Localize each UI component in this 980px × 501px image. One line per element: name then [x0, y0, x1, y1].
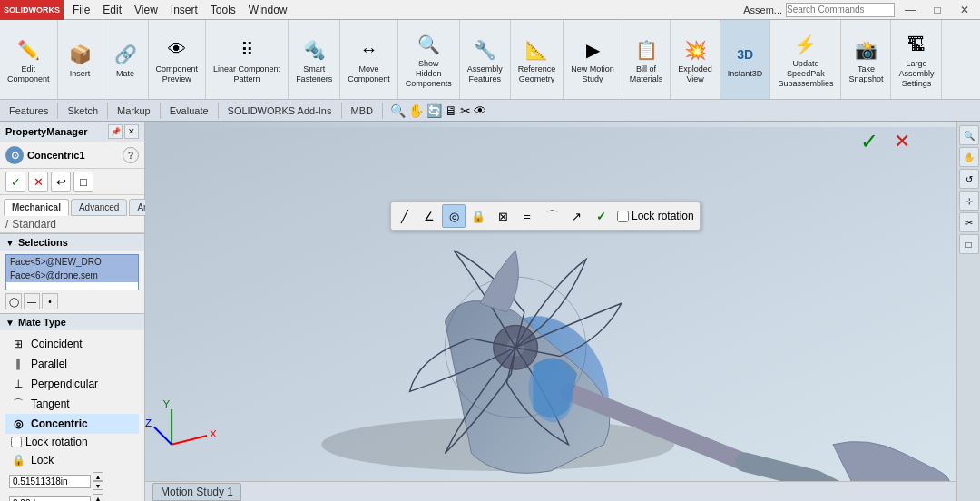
- ribbon-group-reference: 📐 ReferenceGeometry: [511, 20, 564, 99]
- preview-button[interactable]: □: [74, 172, 93, 192]
- ribbon-group-assembly-features: 🔧 AssemblyFeatures: [460, 20, 511, 99]
- menu-edit[interactable]: Edit: [97, 2, 127, 18]
- ribbon-update-speedpak[interactable]: ⚡ UpdateSpeedPakSubassemblies: [774, 28, 837, 90]
- tab-features[interactable]: Features: [0, 103, 58, 119]
- distance-input[interactable]: [9, 475, 91, 488]
- mate-icon: 🔗: [111, 40, 140, 69]
- help-button[interactable]: ?: [122, 147, 139, 163]
- ribbon-edit-component[interactable]: ✏️ EditComponent: [4, 34, 54, 86]
- standard-icon: /: [5, 218, 8, 231]
- ribbon-large-assembly[interactable]: 🏗 LargeAssemblySettings: [895, 28, 937, 90]
- snapshot-icon: 📸: [851, 35, 880, 64]
- menu-window[interactable]: Window: [243, 2, 293, 18]
- tab-evaluate[interactable]: Evaluate: [161, 103, 219, 119]
- ribbon-smart-fasteners[interactable]: 🔩 SmartFasteners: [292, 34, 336, 86]
- canvas-viewport[interactable]: X Y Z ╱ ∠ ◎ 🔒 ⊠ = ⌒ ↗ ✓ Lock rotation ✓: [145, 122, 956, 501]
- mate-concentric[interactable]: ◎ Concentric: [5, 414, 139, 434]
- mate-type-header[interactable]: ▼ Mate Type: [0, 314, 144, 330]
- ribbon-linear-pattern[interactable]: ⠿ Linear ComponentPattern: [210, 34, 284, 86]
- lock-rotation-checkbox[interactable]: [11, 437, 22, 447]
- angle-up-button[interactable]: ▲: [93, 494, 103, 501]
- selection-item-0[interactable]: Face<5>@NEW_DRO: [6, 255, 138, 269]
- mate-parallel[interactable]: ∥ Parallel: [5, 354, 139, 374]
- ribbon-reference-geometry[interactable]: 📐 ReferenceGeometry: [514, 34, 560, 86]
- ribbon-bom[interactable]: 📋 Bill ofMaterials: [626, 34, 667, 86]
- canvas-lock-rotation-checkbox[interactable]: [617, 211, 629, 222]
- tab-mbd[interactable]: MBD: [342, 103, 383, 119]
- tab-advanced[interactable]: Advanced: [71, 199, 127, 216]
- right-select-button[interactable]: ⊹: [959, 191, 979, 211]
- view-section-icon[interactable]: ✂: [460, 103, 471, 118]
- ribbon-assembly-features[interactable]: 🔧 AssemblyFeatures: [464, 34, 506, 86]
- motion-study-tab[interactable]: Motion Study 1: [152, 483, 241, 501]
- canvas-tb-lock[interactable]: 🔒: [466, 204, 490, 228]
- selections-list: Face<5>@NEW_DRO Face<6>@drone.sem: [5, 254, 139, 290]
- menu-tools[interactable]: Tools: [205, 2, 241, 18]
- view-zoom-icon[interactable]: 🔍: [390, 103, 406, 118]
- pm-name-row: ⊙ Concentric1 ?: [0, 142, 144, 169]
- mate-tangent[interactable]: ⌒ Tangent: [5, 394, 139, 414]
- pm-close-button[interactable]: ✕: [124, 124, 139, 139]
- mate-perpendicular[interactable]: ⊥ Perpendicular: [5, 374, 139, 394]
- right-zoom-button[interactable]: 🔍: [959, 125, 979, 145]
- selection-type-point-icon[interactable]: •: [42, 293, 58, 309]
- canvas-tb-arrow[interactable]: ↗: [564, 204, 588, 228]
- pm-pin-button[interactable]: 📌: [108, 124, 122, 139]
- menu-file[interactable]: File: [67, 2, 95, 18]
- mate-selections-header[interactable]: ▼ Selections: [0, 234, 144, 250]
- ribbon-group-component-preview: 👁 ComponentPreview: [149, 20, 207, 99]
- tab-solidworks-addins[interactable]: SOLIDWORKS Add-Ins: [219, 103, 342, 119]
- canvas-tb-equal[interactable]: =: [515, 204, 539, 228]
- ribbon-move-component[interactable]: ↔ MoveComponent: [344, 34, 394, 86]
- view-hide-icon[interactable]: 👁: [474, 103, 486, 118]
- mate-type-body: ⊞ Coincident ∥ Parallel ⊥ Perpendicular …: [0, 330, 144, 501]
- maximize-button[interactable]: □: [926, 0, 949, 20]
- tab-markup[interactable]: Markup: [108, 103, 161, 119]
- angle-input[interactable]: [9, 496, 91, 502]
- ribbon-snapshot[interactable]: 📸 TakeSnapshot: [845, 34, 887, 86]
- ribbon-group-instant3d: 3D Instant3D: [720, 20, 771, 99]
- view-pan-icon[interactable]: ✋: [408, 103, 424, 118]
- canvas-tb-line[interactable]: ╱: [393, 204, 416, 228]
- ribbon-instant3d[interactable]: 3D Instant3D: [724, 38, 767, 81]
- menu-view[interactable]: View: [129, 2, 163, 18]
- search-input[interactable]: [786, 3, 895, 17]
- minimize-button[interactable]: —: [898, 0, 922, 20]
- distance-up-button[interactable]: ▲: [93, 472, 103, 481]
- canvas-tb-check[interactable]: ✓: [589, 204, 612, 228]
- selection-type-edge-icon[interactable]: —: [24, 293, 40, 309]
- right-section-button[interactable]: ✂: [959, 212, 979, 232]
- undo-button[interactable]: ↩: [51, 172, 71, 192]
- canvas-tb-tangent[interactable]: ⌒: [540, 204, 564, 228]
- right-display-button[interactable]: □: [959, 234, 979, 254]
- ribbon-group-speedpak: ⚡ UpdateSpeedPakSubassemblies: [770, 20, 841, 99]
- selection-type-face-icon[interactable]: ◯: [5, 293, 22, 309]
- cancel-button[interactable]: ✕: [28, 172, 48, 192]
- view-rotate-icon[interactable]: 🔄: [426, 103, 442, 118]
- close-button[interactable]: ✕: [953, 0, 976, 20]
- tab-mechanical[interactable]: Mechanical: [4, 199, 69, 216]
- ribbon-component-preview[interactable]: 👁 ComponentPreview: [152, 34, 202, 86]
- ribbon-motion-study[interactable]: ▶ New MotionStudy: [567, 34, 618, 86]
- mate-type-collapse: ▼ Mate Type: [5, 317, 66, 328]
- accept-button[interactable]: ✓: [5, 172, 25, 192]
- tab-sketch[interactable]: Sketch: [58, 103, 108, 119]
- canvas-cancel-button[interactable]: ✕: [887, 127, 916, 156]
- right-pan-button[interactable]: ✋: [959, 147, 979, 167]
- canvas-tb-angle[interactable]: ∠: [417, 204, 441, 228]
- view-display-icon[interactable]: 🖥: [445, 103, 457, 118]
- canvas-tb-parallel[interactable]: ⊠: [491, 204, 514, 228]
- distance-down-button[interactable]: ▼: [93, 481, 103, 490]
- canvas-accept-button[interactable]: ✓: [855, 127, 884, 156]
- canvas-tb-circle[interactable]: ◎: [442, 204, 466, 228]
- selection-item-1[interactable]: Face<6>@drone.sem: [6, 269, 138, 282]
- menu-insert[interactable]: Insert: [165, 2, 203, 18]
- ribbon-exploded-view[interactable]: 💥 ExplodedView: [674, 34, 716, 86]
- ribbon-show-hidden[interactable]: 🔍 ShowHiddenComponents: [402, 28, 456, 90]
- right-rotate-button[interactable]: ↺: [959, 169, 979, 189]
- mate-coincident[interactable]: ⊞ Coincident: [5, 334, 139, 354]
- ribbon-mate[interactable]: 🔗 Mate: [107, 38, 143, 81]
- ribbon-insert[interactable]: 📦 Insert: [62, 38, 98, 81]
- lock-item[interactable]: 🔒 Lock: [5, 450, 139, 470]
- status-bar: Motion Study 1: [145, 481, 956, 501]
